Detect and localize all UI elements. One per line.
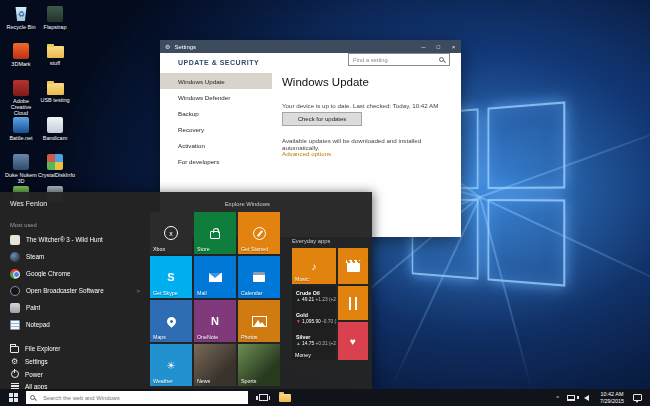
network-icon[interactable] — [567, 395, 575, 401]
file-explorer-icon — [10, 346, 19, 353]
action-center-icon[interactable] — [633, 394, 642, 401]
desktop-icon-stuff[interactable]: stuff — [38, 43, 72, 66]
tile-mail[interactable]: Mail — [194, 256, 236, 298]
tile-label: Money — [295, 352, 311, 358]
sidebar-item-recovery[interactable]: Recovery — [160, 121, 272, 137]
start-item-settings[interactable]: ⚙ Settings — [4, 355, 144, 367]
start-item-obs[interactable]: Open Broadcaster Software > — [4, 283, 144, 298]
tile-group-title-explore-windows: Explore Windows — [225, 201, 270, 207]
photo-icon — [252, 316, 267, 327]
settings-search-input[interactable] — [349, 57, 439, 63]
window-title: Settings — [174, 44, 196, 50]
taskbar-search-input[interactable] — [40, 395, 248, 401]
quote-change: +0.31 (+2.14%) — [315, 341, 336, 346]
tile-news[interactable]: News — [194, 344, 236, 386]
start-item-witcher3[interactable]: The Witcher® 3 - Wild Hunt — [4, 232, 144, 247]
settings-titlebar[interactable]: ⚙ Settings ─ □ × — [160, 40, 461, 53]
update-status-text: Your device is up to date. Last checked:… — [282, 102, 438, 109]
tile-get-started[interactable]: Get Started — [238, 212, 280, 254]
desktop-icon-label: 3DMark — [11, 61, 30, 67]
tile-health-fitness[interactable]: ♥ — [338, 322, 368, 360]
user-name[interactable]: Wes Fenlon — [10, 200, 47, 207]
start-item-label: Steam — [26, 253, 44, 260]
page-title: Windows Update — [282, 76, 369, 88]
desktop-icon-battlenet[interactable]: Battle.net — [4, 117, 38, 141]
start-item-file-explorer[interactable]: File Explorer — [4, 342, 144, 354]
desktop-icon-label: Recycle Bin — [6, 24, 35, 30]
recycle-glyph: ♻ — [15, 7, 28, 21]
advanced-options-link[interactable]: Advanced options — [282, 150, 331, 157]
tile-music[interactable]: ♪ Music — [292, 248, 336, 284]
tile-maps[interactable]: Maps — [150, 300, 192, 342]
notepad-icon — [10, 320, 20, 330]
tile-weather[interactable]: ☀ Weather — [150, 344, 192, 386]
most-used-label: Most used — [10, 222, 37, 228]
up-arrow-icon: ▲ — [296, 341, 301, 346]
start-item-power[interactable]: Power — [4, 368, 144, 380]
start-button[interactable] — [0, 389, 26, 406]
desktop-icon-usb-testing[interactable]: USB testing — [38, 80, 72, 103]
app-icon — [13, 154, 29, 170]
sidebar-item-for-developers[interactable]: For developers — [160, 153, 272, 169]
desktop-icon-flapstrap[interactable]: Flapstrap — [38, 6, 72, 30]
chevron-right-icon[interactable]: > — [136, 288, 140, 294]
heart-icon: ♥ — [350, 336, 356, 347]
start-item-paint[interactable]: Paint — [4, 300, 144, 315]
tile-calendar[interactable]: Calendar — [238, 256, 280, 298]
music-note-icon: ♪ — [312, 261, 317, 272]
sidebar-item-windows-defender[interactable]: Windows Defender — [160, 89, 272, 105]
sidebar-item-activation[interactable]: Activation — [160, 137, 272, 153]
search-icon — [439, 57, 444, 62]
desktop-icon-3dmark[interactable]: 3DMark — [4, 43, 38, 67]
app-icon — [47, 117, 63, 133]
start-item-chrome[interactable]: Google Chrome — [4, 266, 144, 281]
start-item-label: Paint — [26, 304, 40, 311]
maximize-button[interactable]: □ — [431, 40, 446, 53]
tile-xbox[interactable]: x Xbox — [150, 212, 192, 254]
clock-date: 7/29/2015 — [600, 398, 624, 405]
tile-food-drink[interactable] — [338, 286, 368, 320]
start-item-label: Notepad — [26, 321, 50, 328]
tile-label: Mail — [197, 290, 207, 296]
tile-label: Get Started — [241, 246, 268, 252]
tile-group-title-everyday-apps: Everyday apps — [292, 238, 330, 244]
tile-money[interactable]: Crude Oil ▲ 49.21 +1.23 (+2.56%) Gold ▼ … — [292, 286, 336, 360]
desktop-icon-recycle-bin[interactable]: ♻ Recycle Bin — [4, 6, 38, 30]
map-pin-icon — [165, 315, 178, 328]
onenote-icon: N — [211, 315, 219, 327]
quote-values: ▲ 14.75 +0.31 (+2.14%) — [296, 341, 334, 346]
volume-icon[interactable] — [584, 395, 589, 401]
task-view-button[interactable] — [252, 389, 274, 406]
file-explorer-taskbar-button[interactable] — [274, 389, 296, 406]
tile-movies-tv[interactable] — [338, 248, 368, 284]
desktop-icon-label: Bandicam — [43, 135, 67, 141]
tile-onenote[interactable]: N OneNote — [194, 300, 236, 342]
tile-get-skype[interactable]: S Get Skype — [150, 256, 192, 298]
logo-pane — [488, 199, 566, 287]
tile-label: Store — [197, 246, 210, 252]
desktop-icon-label: Flapstrap — [44, 24, 67, 30]
tray-chevron-up-icon[interactable]: ^ — [552, 395, 563, 401]
desktop-icon-label: USB testing — [40, 97, 69, 103]
power-icon — [11, 370, 19, 378]
taskbar-search-box — [26, 391, 248, 404]
desktop-icon-adobe-cc[interactable]: Adobe Creative Cloud — [4, 80, 38, 116]
tile-photos[interactable]: Photos — [238, 300, 280, 342]
sidebar-item-windows-update[interactable]: Windows Update — [160, 73, 272, 89]
tile-sports[interactable]: Sports — [238, 344, 280, 386]
minimize-button[interactable]: ─ — [416, 40, 431, 53]
app-icon — [13, 43, 29, 59]
desktop-icon-crystaldiskinfo[interactable]: CrystalDiskInfo — [38, 154, 72, 178]
close-button[interactable]: × — [446, 40, 461, 53]
taskbar-clock[interactable]: 10:42 AM 7/29/2015 — [594, 391, 630, 404]
tile-store[interactable]: Store — [194, 212, 236, 254]
quote-change: +1.23 (+2.56%) — [315, 297, 336, 302]
folder-icon — [47, 83, 64, 95]
desktop-icon-duke-nukem[interactable]: Duke Nukem 3D — [4, 154, 38, 184]
start-item-notepad[interactable]: Notepad — [4, 317, 144, 332]
desktop-icon-bandicam[interactable]: Bandicam — [38, 117, 72, 141]
calendar-icon — [253, 272, 265, 282]
sidebar-item-backup[interactable]: Backup — [160, 105, 272, 121]
start-item-steam[interactable]: Steam — [4, 249, 144, 264]
check-for-updates-button[interactable]: Check for updates — [282, 112, 362, 126]
